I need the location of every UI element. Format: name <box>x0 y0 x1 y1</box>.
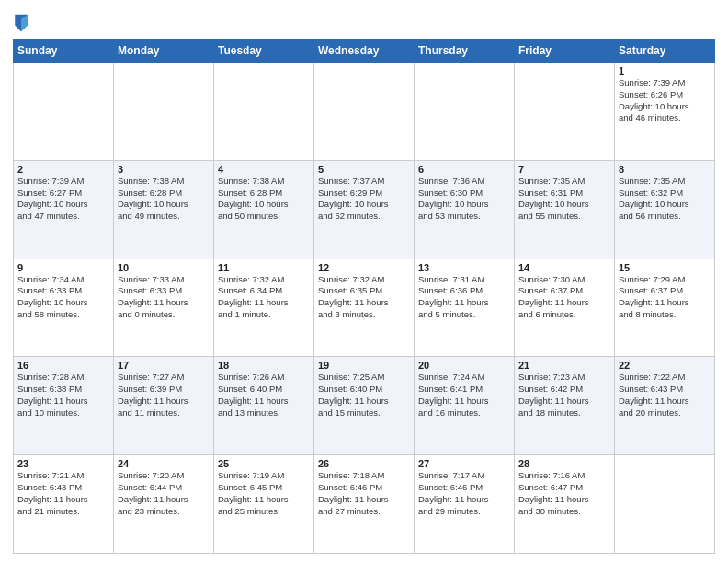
day-info: Sunrise: 7:25 AM Sunset: 6:40 PM Dayligh… <box>318 372 410 419</box>
day-cell: 7Sunrise: 7:35 AM Sunset: 6:31 PM Daylig… <box>515 160 615 259</box>
day-info: Sunrise: 7:30 AM Sunset: 6:37 PM Dayligh… <box>518 274 610 321</box>
day-cell: 9Sunrise: 7:34 AM Sunset: 6:33 PM Daylig… <box>14 259 114 357</box>
day-info: Sunrise: 7:38 AM Sunset: 6:28 PM Dayligh… <box>118 176 210 223</box>
day-info: Sunrise: 7:37 AM Sunset: 6:29 PM Dayligh… <box>318 176 410 223</box>
day-info: Sunrise: 7:24 AM Sunset: 6:41 PM Dayligh… <box>418 372 510 419</box>
day-number: 8 <box>619 164 711 175</box>
day-cell: 13Sunrise: 7:31 AM Sunset: 6:36 PM Dayli… <box>415 259 515 357</box>
day-cell: 20Sunrise: 7:24 AM Sunset: 6:41 PM Dayli… <box>415 357 515 455</box>
day-info: Sunrise: 7:32 AM Sunset: 6:34 PM Dayligh… <box>218 274 310 321</box>
day-cell: 18Sunrise: 7:26 AM Sunset: 6:40 PM Dayli… <box>214 357 314 455</box>
day-cell: 23Sunrise: 7:21 AM Sunset: 6:43 PM Dayli… <box>14 455 114 554</box>
day-number: 1 <box>619 65 711 76</box>
weekday-friday: Friday <box>515 40 615 63</box>
day-number: 4 <box>218 164 310 175</box>
day-number: 20 <box>418 360 510 371</box>
day-number: 13 <box>418 262 510 273</box>
day-info: Sunrise: 7:35 AM Sunset: 6:32 PM Dayligh… <box>619 176 711 223</box>
day-number: 26 <box>318 458 410 469</box>
day-cell: 27Sunrise: 7:17 AM Sunset: 6:46 PM Dayli… <box>415 455 515 554</box>
day-number: 21 <box>518 360 610 371</box>
day-number: 6 <box>418 164 510 175</box>
day-cell: 19Sunrise: 7:25 AM Sunset: 6:40 PM Dayli… <box>314 357 415 455</box>
day-info: Sunrise: 7:32 AM Sunset: 6:35 PM Dayligh… <box>318 274 410 321</box>
day-number: 3 <box>118 164 210 175</box>
weekday-sunday: Sunday <box>14 40 114 63</box>
day-number: 12 <box>318 262 410 273</box>
day-cell <box>14 63 114 161</box>
day-number: 5 <box>318 164 410 175</box>
week-row-3: 9Sunrise: 7:34 AM Sunset: 6:33 PM Daylig… <box>14 259 715 357</box>
day-info: Sunrise: 7:23 AM Sunset: 6:42 PM Dayligh… <box>518 372 610 419</box>
day-cell: 21Sunrise: 7:23 AM Sunset: 6:42 PM Dayli… <box>515 357 615 455</box>
day-cell: 14Sunrise: 7:30 AM Sunset: 6:37 PM Dayli… <box>515 259 615 357</box>
day-info: Sunrise: 7:39 AM Sunset: 6:27 PM Dayligh… <box>17 176 109 223</box>
day-cell: 3Sunrise: 7:38 AM Sunset: 6:28 PM Daylig… <box>114 160 214 259</box>
day-number: 11 <box>218 262 310 273</box>
week-row-1: 1Sunrise: 7:39 AM Sunset: 6:26 PM Daylig… <box>14 63 715 161</box>
day-info: Sunrise: 7:17 AM Sunset: 6:46 PM Dayligh… <box>418 470 510 517</box>
day-cell: 12Sunrise: 7:32 AM Sunset: 6:35 PM Dayli… <box>314 259 415 357</box>
logo-icon <box>13 13 29 33</box>
day-number: 17 <box>118 360 210 371</box>
header <box>13 9 715 33</box>
day-cell: 26Sunrise: 7:18 AM Sunset: 6:46 PM Dayli… <box>314 455 415 554</box>
week-row-2: 2Sunrise: 7:39 AM Sunset: 6:27 PM Daylig… <box>14 160 715 259</box>
day-info: Sunrise: 7:31 AM Sunset: 6:36 PM Dayligh… <box>418 274 510 321</box>
day-info: Sunrise: 7:34 AM Sunset: 6:33 PM Dayligh… <box>17 274 109 321</box>
day-number: 19 <box>318 360 410 371</box>
day-number: 14 <box>518 262 610 273</box>
day-info: Sunrise: 7:16 AM Sunset: 6:47 PM Dayligh… <box>518 470 610 517</box>
weekday-tuesday: Tuesday <box>214 40 314 63</box>
day-cell: 5Sunrise: 7:37 AM Sunset: 6:29 PM Daylig… <box>314 160 415 259</box>
day-cell <box>415 63 515 161</box>
weekday-wednesday: Wednesday <box>314 40 415 63</box>
weekday-saturday: Saturday <box>615 40 715 63</box>
day-number: 28 <box>518 458 610 469</box>
day-info: Sunrise: 7:20 AM Sunset: 6:44 PM Dayligh… <box>118 470 210 517</box>
day-cell <box>214 63 314 161</box>
day-cell <box>515 63 615 161</box>
day-number: 18 <box>218 360 310 371</box>
day-cell: 10Sunrise: 7:33 AM Sunset: 6:33 PM Dayli… <box>114 259 214 357</box>
day-info: Sunrise: 7:38 AM Sunset: 6:28 PM Dayligh… <box>218 176 310 223</box>
day-number: 16 <box>17 360 109 371</box>
day-cell <box>114 63 214 161</box>
day-number: 27 <box>418 458 510 469</box>
day-number: 25 <box>218 458 310 469</box>
day-cell: 15Sunrise: 7:29 AM Sunset: 6:37 PM Dayli… <box>615 259 715 357</box>
day-cell: 22Sunrise: 7:22 AM Sunset: 6:43 PM Dayli… <box>615 357 715 455</box>
day-info: Sunrise: 7:35 AM Sunset: 6:31 PM Dayligh… <box>518 176 610 223</box>
day-cell: 16Sunrise: 7:28 AM Sunset: 6:38 PM Dayli… <box>14 357 114 455</box>
week-row-4: 16Sunrise: 7:28 AM Sunset: 6:38 PM Dayli… <box>14 357 715 455</box>
day-cell: 1Sunrise: 7:39 AM Sunset: 6:26 PM Daylig… <box>615 63 715 161</box>
logo <box>13 13 33 33</box>
day-info: Sunrise: 7:27 AM Sunset: 6:39 PM Dayligh… <box>118 372 210 419</box>
day-info: Sunrise: 7:29 AM Sunset: 6:37 PM Dayligh… <box>619 274 711 321</box>
weekday-thursday: Thursday <box>415 40 515 63</box>
day-cell: 17Sunrise: 7:27 AM Sunset: 6:39 PM Dayli… <box>114 357 214 455</box>
day-info: Sunrise: 7:36 AM Sunset: 6:30 PM Dayligh… <box>418 176 510 223</box>
day-info: Sunrise: 7:26 AM Sunset: 6:40 PM Dayligh… <box>218 372 310 419</box>
day-cell: 8Sunrise: 7:35 AM Sunset: 6:32 PM Daylig… <box>615 160 715 259</box>
calendar-page: SundayMondayTuesdayWednesdayThursdayFrid… <box>0 0 728 563</box>
day-number: 15 <box>619 262 711 273</box>
day-info: Sunrise: 7:28 AM Sunset: 6:38 PM Dayligh… <box>17 372 109 419</box>
day-info: Sunrise: 7:19 AM Sunset: 6:45 PM Dayligh… <box>218 470 310 517</box>
day-cell: 6Sunrise: 7:36 AM Sunset: 6:30 PM Daylig… <box>415 160 515 259</box>
day-cell: 11Sunrise: 7:32 AM Sunset: 6:34 PM Dayli… <box>214 259 314 357</box>
day-cell: 24Sunrise: 7:20 AM Sunset: 6:44 PM Dayli… <box>114 455 214 554</box>
day-info: Sunrise: 7:21 AM Sunset: 6:43 PM Dayligh… <box>17 470 109 517</box>
weekday-header-row: SundayMondayTuesdayWednesdayThursdayFrid… <box>14 40 715 63</box>
day-info: Sunrise: 7:39 AM Sunset: 6:26 PM Dayligh… <box>619 77 711 124</box>
day-number: 7 <box>518 164 610 175</box>
day-number: 22 <box>619 360 711 371</box>
day-cell: 28Sunrise: 7:16 AM Sunset: 6:47 PM Dayli… <box>515 455 615 554</box>
day-info: Sunrise: 7:33 AM Sunset: 6:33 PM Dayligh… <box>118 274 210 321</box>
day-number: 2 <box>17 164 109 175</box>
day-cell: 2Sunrise: 7:39 AM Sunset: 6:27 PM Daylig… <box>14 160 114 259</box>
day-number: 24 <box>118 458 210 469</box>
week-row-5: 23Sunrise: 7:21 AM Sunset: 6:43 PM Dayli… <box>14 455 715 554</box>
day-info: Sunrise: 7:22 AM Sunset: 6:43 PM Dayligh… <box>619 372 711 419</box>
day-number: 9 <box>17 262 109 273</box>
